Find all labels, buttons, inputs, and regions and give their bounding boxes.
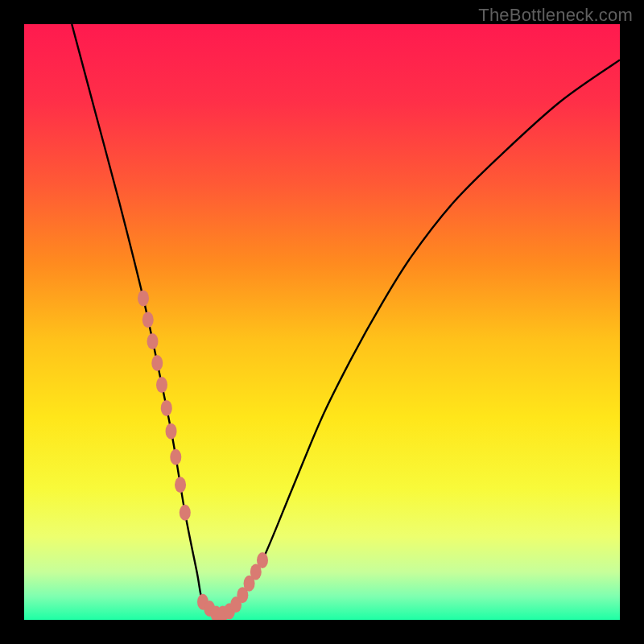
curve-dot: [166, 423, 177, 440]
curve-dot: [156, 377, 167, 393]
curve-dot: [147, 333, 159, 349]
chart-frame: TheBottleneck.com: [0, 0, 644, 644]
curve-line: [72, 24, 620, 615]
curve-dot: [175, 477, 186, 493]
curve-dot: [151, 355, 163, 371]
curve-dot: [170, 449, 181, 465]
curve-dot: [138, 290, 149, 306]
watermark-label: TheBottleneck.com: [478, 5, 633, 26]
plot-area: [24, 24, 620, 620]
curve-dot: [180, 505, 191, 521]
bottleneck-curve: [24, 24, 620, 620]
curve-dot: [142, 312, 154, 328]
curve-dotted-highlight: [138, 290, 268, 620]
curve-dot: [161, 400, 172, 416]
curve-dot: [257, 552, 268, 568]
